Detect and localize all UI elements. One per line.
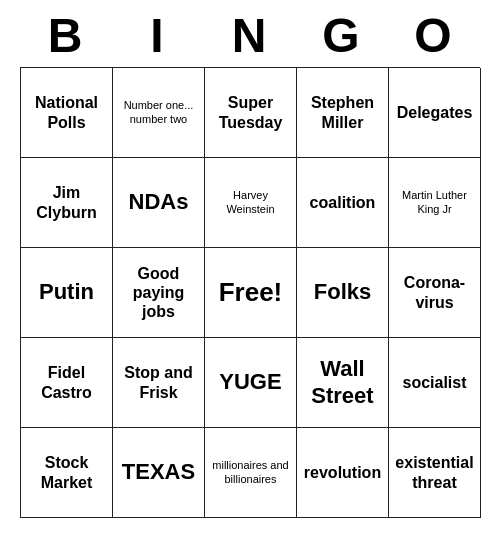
bingo-cell: millionaires and billionaires [205, 428, 297, 518]
bingo-cell: revolution [297, 428, 389, 518]
bingo-cell: coalition [297, 158, 389, 248]
bingo-cell: TEXAS [113, 428, 205, 518]
bingo-cell: NDAs [113, 158, 205, 248]
bingo-cell: Super Tuesday [205, 68, 297, 158]
bingo-cell: existential threat [389, 428, 481, 518]
bingo-title: BINGO [20, 0, 480, 67]
bingo-cell: Martin Luther King Jr [389, 158, 481, 248]
bingo-cell: Putin [21, 248, 113, 338]
bingo-grid: National PollsNumber one... number twoSu… [20, 67, 480, 518]
bingo-cell: Number one... number two [113, 68, 205, 158]
bingo-cell: Wall Street [297, 338, 389, 428]
bingo-cell: Stock Market [21, 428, 113, 518]
bingo-letter: O [388, 8, 480, 63]
bingo-letter: N [204, 8, 296, 63]
bingo-cell: Free! [205, 248, 297, 338]
bingo-cell: YUGE [205, 338, 297, 428]
bingo-cell: Harvey Weinstein [205, 158, 297, 248]
bingo-cell: Stop and Frisk [113, 338, 205, 428]
bingo-letter: G [296, 8, 388, 63]
bingo-cell: Folks [297, 248, 389, 338]
bingo-letter: I [112, 8, 204, 63]
bingo-cell: Delegates [389, 68, 481, 158]
bingo-cell: Stephen Miller [297, 68, 389, 158]
bingo-cell: Jim Clyburn [21, 158, 113, 248]
bingo-cell: National Polls [21, 68, 113, 158]
bingo-cell: Good paying jobs [113, 248, 205, 338]
bingo-cell: Fidel Castro [21, 338, 113, 428]
bingo-cell: Corona-virus [389, 248, 481, 338]
bingo-cell: socialist [389, 338, 481, 428]
bingo-letter: B [20, 8, 112, 63]
